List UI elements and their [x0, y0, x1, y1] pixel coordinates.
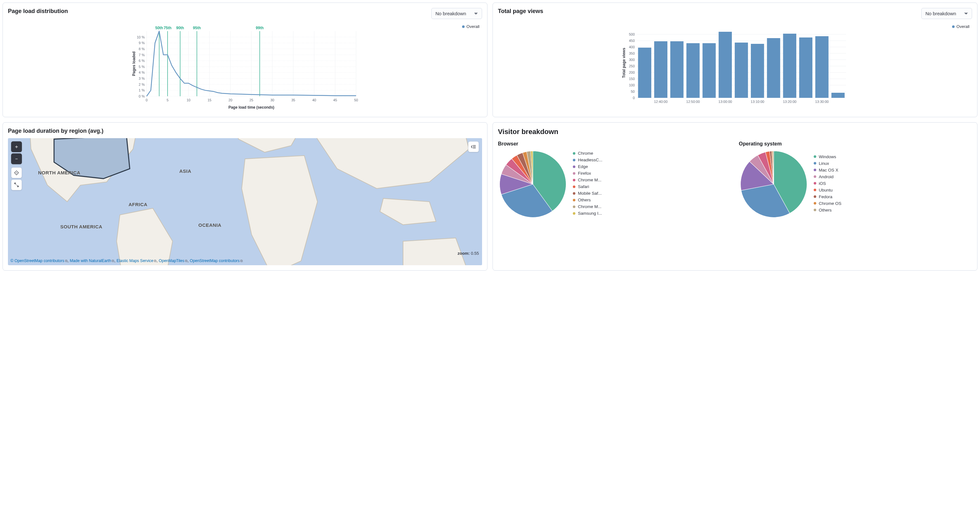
- legend-item[interactable]: Ubuntu: [814, 188, 841, 192]
- legend-item[interactable]: Android: [814, 174, 841, 179]
- legend-item[interactable]: Mac OS X: [814, 168, 841, 172]
- legend-item[interactable]: Mobile Saf...: [573, 191, 602, 196]
- svg-text:9 %: 9 %: [139, 41, 145, 45]
- legend-swatch: [814, 202, 816, 204]
- attrib-link[interactable]: OpenStreetMap contributors⧉: [190, 259, 243, 263]
- svg-rect-85: [751, 44, 764, 98]
- fullscreen-button[interactable]: [11, 179, 22, 190]
- svg-text:99th: 99th: [256, 26, 264, 30]
- external-link-icon: ⧉: [240, 259, 243, 263]
- line-chart: Overall 0 %1 %2 %3 %4 %5 %6 %7 %8 %9 %10…: [8, 22, 482, 112]
- svg-text:35: 35: [291, 98, 295, 102]
- legend-icon: [471, 145, 476, 149]
- attrib-link[interactable]: Made with NaturalEarth⧉: [70, 259, 115, 263]
- legend-label: HeadlessC...: [578, 158, 602, 162]
- browser-pie: Browser ChromeHeadlessC...EdgeFirefoxChr…: [498, 141, 731, 219]
- legend-item[interactable]: iOS: [814, 181, 841, 186]
- legend-swatch: [573, 192, 575, 195]
- svg-text:45: 45: [333, 98, 337, 102]
- zoom-in-button[interactable]: ＋: [11, 141, 22, 152]
- panel-region-map: Page load duration by region (avg.): [3, 122, 487, 271]
- svg-text:7 %: 7 %: [139, 53, 145, 57]
- svg-text:50: 50: [354, 98, 358, 102]
- legend: Overall: [462, 24, 479, 29]
- legend-item[interactable]: Fedora: [814, 194, 841, 199]
- legend-item[interactable]: Chrome OS: [814, 201, 841, 206]
- svg-rect-78: [638, 48, 652, 98]
- panel-page-load-distribution: Page load distribution No breakdown Over…: [3, 3, 487, 117]
- svg-text:13:30:00: 13:30:00: [815, 100, 829, 104]
- legend-item[interactable]: Windows: [814, 154, 841, 159]
- svg-rect-83: [719, 32, 732, 98]
- legend-label: Chrome: [578, 151, 593, 156]
- legend-label: Chrome OS: [819, 201, 841, 206]
- external-link-icon: ⧉: [65, 259, 68, 263]
- toggle-legend-button[interactable]: [468, 141, 479, 152]
- svg-text:5: 5: [167, 98, 169, 102]
- legend-swatch: [814, 188, 816, 191]
- bar-chart: Overall 05010015020025030035040045050012…: [498, 22, 972, 112]
- legend-label: iOS: [819, 181, 826, 186]
- svg-rect-87: [783, 34, 796, 98]
- svg-text:3 %: 3 %: [139, 77, 145, 80]
- legend-swatch: [814, 182, 816, 185]
- svg-text:90th: 90th: [176, 26, 184, 30]
- svg-text:12:40:00: 12:40:00: [654, 100, 668, 104]
- locate-button[interactable]: [11, 168, 22, 178]
- svg-text:250: 250: [629, 64, 635, 68]
- legend-item[interactable]: Edge: [573, 164, 602, 169]
- svg-text:10 %: 10 %: [137, 35, 145, 39]
- svg-rect-82: [703, 43, 716, 98]
- svg-text:30: 30: [270, 98, 274, 102]
- breakdown-select[interactable]: No breakdown: [431, 8, 482, 19]
- legend-swatch: [573, 185, 575, 188]
- svg-text:Pages loaded: Pages loaded: [132, 51, 136, 76]
- world-map[interactable]: ＋ － NORTH AMERICA SOUTH AMERICA AFRICA A…: [8, 138, 482, 265]
- legend-item[interactable]: Others: [573, 198, 602, 202]
- svg-text:300: 300: [629, 58, 635, 62]
- legend-label: Linux: [819, 161, 829, 166]
- breakdown-select[interactable]: No breakdown: [921, 8, 972, 19]
- svg-rect-90: [832, 93, 845, 98]
- section-title: Visitor breakdown: [498, 128, 972, 136]
- svg-text:500: 500: [629, 32, 635, 36]
- legend-item[interactable]: Samsung I...: [573, 211, 602, 216]
- legend-item[interactable]: HeadlessC...: [573, 158, 602, 162]
- legend-item[interactable]: Firefox: [573, 171, 602, 176]
- legend-swatch: [573, 199, 575, 201]
- legend-label: Firefox: [578, 171, 591, 176]
- legend-label: Edge: [578, 164, 588, 169]
- attrib-link[interactable]: Elastic Maps Service⧉: [116, 259, 156, 263]
- svg-text:50: 50: [631, 89, 635, 93]
- expand-icon: [14, 183, 19, 187]
- page-title: Page load distribution: [8, 8, 68, 14]
- panel-visitor-breakdown: Visitor breakdown Browser ChromeHeadless…: [493, 122, 977, 271]
- svg-text:4 %: 4 %: [139, 70, 145, 74]
- legend-item[interactable]: Safari: [573, 184, 602, 189]
- svg-rect-89: [815, 36, 829, 98]
- legend: Overall: [952, 24, 969, 29]
- crosshair-icon: [14, 170, 19, 175]
- svg-rect-80: [670, 41, 684, 98]
- svg-text:8 %: 8 %: [139, 47, 145, 51]
- svg-text:0: 0: [633, 96, 635, 100]
- svg-text:0 %: 0 %: [139, 94, 145, 98]
- legend-item[interactable]: Chrome M...: [573, 177, 602, 182]
- svg-text:0: 0: [146, 98, 148, 102]
- legend-label: Android: [819, 174, 834, 179]
- svg-text:75th: 75th: [164, 26, 172, 30]
- continent-label: AFRICA: [129, 202, 148, 207]
- svg-text:13:20:00: 13:20:00: [783, 100, 797, 104]
- svg-rect-81: [686, 43, 700, 98]
- attrib-link[interactable]: © OpenStreetMap contributors⧉: [11, 259, 68, 263]
- svg-text:400: 400: [629, 45, 635, 49]
- legend-item[interactable]: Chrome: [573, 151, 602, 156]
- legend-label: Ubuntu: [819, 188, 833, 192]
- attrib-link[interactable]: OpenMapTiles⧉: [159, 259, 188, 263]
- continent-label: ASIA: [179, 168, 191, 174]
- legend-item[interactable]: Chrome M...: [573, 204, 602, 209]
- page-title: Page load duration by region (avg.): [8, 128, 482, 134]
- legend-item[interactable]: Linux: [814, 161, 841, 166]
- legend-item[interactable]: Others: [814, 208, 841, 212]
- zoom-out-button[interactable]: －: [11, 153, 22, 164]
